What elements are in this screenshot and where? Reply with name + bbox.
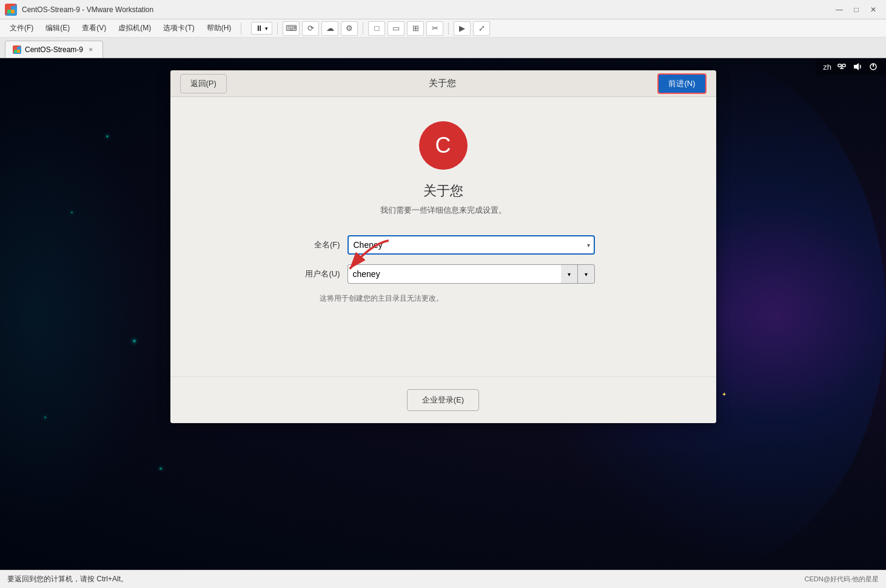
app-logo xyxy=(5,4,17,16)
svg-rect-1 xyxy=(11,6,15,10)
menu-view[interactable]: 查看(V) xyxy=(77,21,111,35)
page-title: 关于您 xyxy=(423,182,463,200)
tab-close-button[interactable]: ✕ xyxy=(87,45,95,54)
maximize-button[interactable]: □ xyxy=(848,4,864,16)
svg-rect-6 xyxy=(14,50,17,53)
window-controls: — □ ✕ xyxy=(831,4,881,16)
fullscreen-button[interactable]: □ xyxy=(368,21,385,36)
svg-rect-2 xyxy=(7,10,11,13)
menu-bar: 文件(F) 编辑(E) 查看(V) 虚拟机(M) 选项卡(T) 帮助(H) ⏸▾… xyxy=(0,19,886,38)
dialog-footer: 企业登录(E) xyxy=(170,376,716,423)
close-button[interactable]: ✕ xyxy=(865,4,881,16)
avatar: C xyxy=(419,121,468,170)
stretch-button[interactable]: ⤢ xyxy=(473,21,490,36)
page-subtitle: 我们需要一些详细信息来完成设置。 xyxy=(380,205,506,216)
watermark-text: CEDN@好代码·他的星星 xyxy=(805,575,879,584)
fullname-dropdown-arrow: ▾ xyxy=(587,242,590,249)
send-ctrl-alt-del-button[interactable]: ⌨ xyxy=(283,21,300,36)
vm-background: ✦ ✦ zh xyxy=(0,58,886,570)
terminal-button[interactable]: ▶ xyxy=(454,21,471,36)
menu-file[interactable]: 文件(F) xyxy=(5,21,38,35)
fullname-input[interactable] xyxy=(347,235,595,255)
fullname-label: 全名(F) xyxy=(292,239,340,250)
username-label: 用户名(U) xyxy=(292,269,340,279)
fullname-row: 全名(F) ▾ xyxy=(292,235,595,255)
svg-rect-0 xyxy=(7,6,11,10)
menu-edit[interactable]: 编辑(E) xyxy=(41,21,75,35)
username-hint: 这将用于创建您的主目录且无法更改。 xyxy=(320,293,623,304)
menu-help[interactable]: 帮助(H) xyxy=(202,21,237,35)
svg-rect-4 xyxy=(14,47,17,50)
fullname-input-wrapper: ▾ xyxy=(347,235,595,255)
minimize-button[interactable]: — xyxy=(831,4,847,16)
split-button[interactable]: ⊞ xyxy=(407,21,424,36)
title-bar: CentOS-Stream-9 - VMware Workstation — □… xyxy=(0,0,886,19)
enterprise-login-button[interactable]: 企业登录(E) xyxy=(407,389,479,411)
tab-label: CentOS-Stream-9 xyxy=(25,45,83,54)
forward-button[interactable]: 前进(N) xyxy=(657,73,706,94)
svg-rect-7 xyxy=(17,50,20,53)
tab-icon xyxy=(13,45,21,54)
menu-tabs[interactable]: 选项卡(T) xyxy=(158,21,199,35)
username-select[interactable]: cheney xyxy=(347,264,561,284)
back-button[interactable]: 返回(P) xyxy=(180,74,227,93)
toolbar: ⏸▾ ⌨ ⟳ ☁ ⚙ □ ▭ ⊞ ✂ ▶ ⤢ xyxy=(251,21,490,36)
bottom-bar: 要返回到您的计算机，请按 Ctrl+Alt。 CEDN@好代码·他的星星 xyxy=(0,570,886,588)
username-extra-button[interactable]: ▾ xyxy=(578,264,595,284)
dialog-header-title: 关于您 xyxy=(227,78,658,89)
username-dropdown-icon[interactable]: ▾ xyxy=(561,264,578,284)
menu-divider xyxy=(241,22,241,35)
dialog-overlay: 返回(P) 关于您 前进(N) C 关于您 我们需要一些详细信息来完成设置。 全… xyxy=(0,58,886,570)
usb-button[interactable]: ⚙ xyxy=(341,21,358,36)
hint-text: 要返回到您的计算机，请按 Ctrl+Alt。 xyxy=(7,574,128,584)
cut-button[interactable]: ✂ xyxy=(426,21,443,36)
username-row: 用户名(U) cheney ▾ ▾ xyxy=(292,264,595,284)
window-title: CentOS-Stream-9 - VMware Workstation xyxy=(22,5,831,14)
svg-rect-3 xyxy=(11,10,15,13)
svg-rect-5 xyxy=(17,47,20,50)
dialog-header: 返回(P) 关于您 前进(N) xyxy=(170,70,716,97)
pause-button[interactable]: ⏸▾ xyxy=(251,22,272,35)
tab-bar: CentOS-Stream-9 ✕ xyxy=(0,38,886,58)
window-button[interactable]: ▭ xyxy=(388,21,404,36)
about-you-dialog: 返回(P) 关于您 前进(N) C 关于您 我们需要一些详细信息来完成设置。 全… xyxy=(170,70,716,423)
menu-vm[interactable]: 虚拟机(M) xyxy=(113,21,156,35)
tab-centos[interactable]: CentOS-Stream-9 ✕ xyxy=(5,41,103,58)
vm-content: ✦ ✦ zh xyxy=(0,58,886,570)
username-input-wrapper: cheney ▾ ▾ xyxy=(347,264,595,284)
snapshot-button[interactable]: ⟳ xyxy=(302,21,319,36)
network-button[interactable]: ☁ xyxy=(321,21,338,36)
dialog-body: C 关于您 我们需要一些详细信息来完成设置。 全名(F) ▾ 用 xyxy=(170,97,716,340)
